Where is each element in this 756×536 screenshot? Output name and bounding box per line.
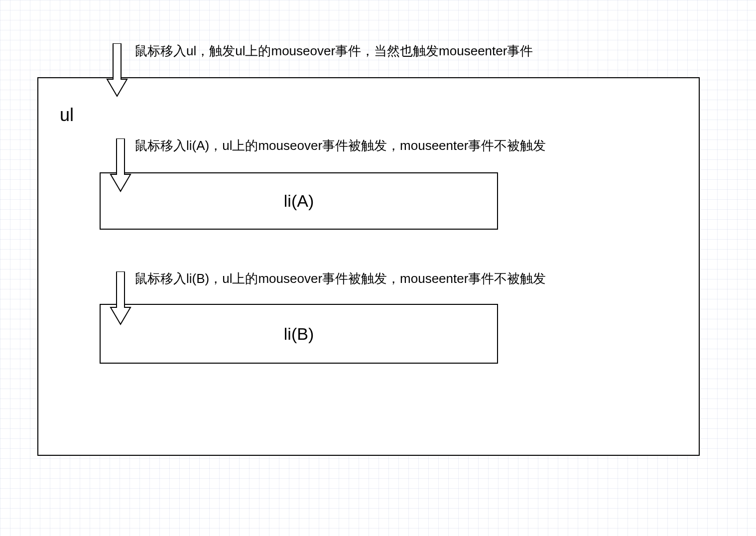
li-a-box: li(A) <box>100 172 498 230</box>
arrow-down-icon <box>110 138 131 192</box>
annotation-enter-li-a: 鼠标移入li(A)，ul上的mouseover事件被触发，mouseenter事… <box>134 137 546 154</box>
ul-container-box <box>37 77 700 456</box>
arrow-down-icon <box>110 271 131 325</box>
ul-label: ul <box>60 105 74 126</box>
annotation-enter-ul: 鼠标移入ul，触发ul上的mouseover事件，当然也触发mouseenter… <box>134 42 533 60</box>
li-b-label: li(B) <box>284 324 314 344</box>
li-a-label: li(A) <box>284 191 314 211</box>
li-b-box: li(B) <box>100 304 498 364</box>
diagram-canvas: ul li(A) li(B) 鼠标移入ul，触发ul上的mouseover事件，… <box>0 0 756 536</box>
annotation-enter-li-b: 鼠标移入li(B)，ul上的mouseover事件被触发，mouseenter事… <box>134 270 546 287</box>
arrow-down-icon <box>106 43 128 97</box>
